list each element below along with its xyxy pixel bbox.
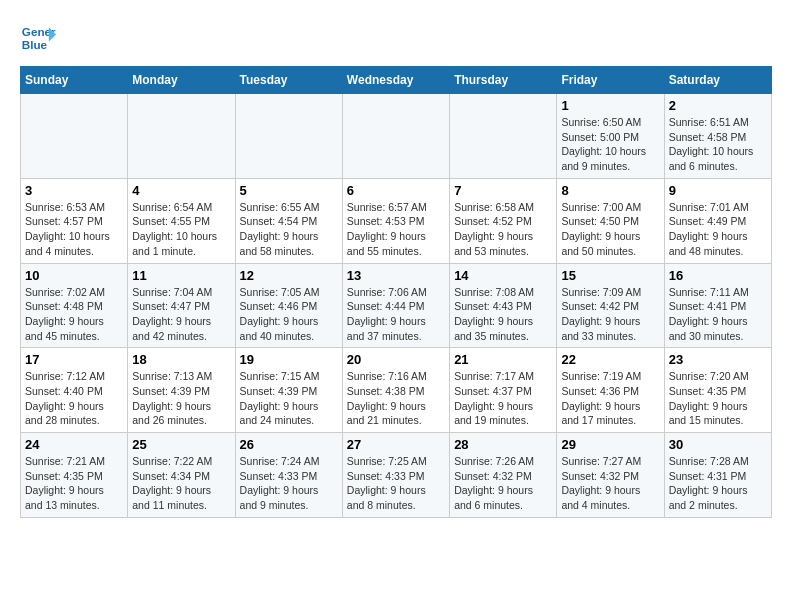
svg-text:Blue: Blue bbox=[22, 38, 48, 51]
day-info: Sunrise: 6:54 AM Sunset: 4:55 PM Dayligh… bbox=[132, 200, 230, 259]
day-number: 8 bbox=[561, 183, 659, 198]
calendar-cell: 12Sunrise: 7:05 AM Sunset: 4:46 PM Dayli… bbox=[235, 263, 342, 348]
day-info: Sunrise: 6:53 AM Sunset: 4:57 PM Dayligh… bbox=[25, 200, 123, 259]
weekday-header: Thursday bbox=[450, 67, 557, 94]
day-info: Sunrise: 7:04 AM Sunset: 4:47 PM Dayligh… bbox=[132, 285, 230, 344]
calendar-cell: 20Sunrise: 7:16 AM Sunset: 4:38 PM Dayli… bbox=[342, 348, 449, 433]
day-number: 1 bbox=[561, 98, 659, 113]
day-number: 24 bbox=[25, 437, 123, 452]
calendar-cell: 14Sunrise: 7:08 AM Sunset: 4:43 PM Dayli… bbox=[450, 263, 557, 348]
day-info: Sunrise: 7:16 AM Sunset: 4:38 PM Dayligh… bbox=[347, 369, 445, 428]
calendar-cell: 26Sunrise: 7:24 AM Sunset: 4:33 PM Dayli… bbox=[235, 433, 342, 518]
calendar-cell: 15Sunrise: 7:09 AM Sunset: 4:42 PM Dayli… bbox=[557, 263, 664, 348]
calendar-cell bbox=[128, 94, 235, 179]
day-number: 12 bbox=[240, 268, 338, 283]
calendar-cell: 27Sunrise: 7:25 AM Sunset: 4:33 PM Dayli… bbox=[342, 433, 449, 518]
day-number: 15 bbox=[561, 268, 659, 283]
day-info: Sunrise: 7:21 AM Sunset: 4:35 PM Dayligh… bbox=[25, 454, 123, 513]
day-number: 10 bbox=[25, 268, 123, 283]
day-info: Sunrise: 6:55 AM Sunset: 4:54 PM Dayligh… bbox=[240, 200, 338, 259]
calendar-cell: 30Sunrise: 7:28 AM Sunset: 4:31 PM Dayli… bbox=[664, 433, 771, 518]
day-info: Sunrise: 7:13 AM Sunset: 4:39 PM Dayligh… bbox=[132, 369, 230, 428]
calendar-cell: 29Sunrise: 7:27 AM Sunset: 4:32 PM Dayli… bbox=[557, 433, 664, 518]
calendar-cell: 19Sunrise: 7:15 AM Sunset: 4:39 PM Dayli… bbox=[235, 348, 342, 433]
calendar-cell: 1Sunrise: 6:50 AM Sunset: 5:00 PM Daylig… bbox=[557, 94, 664, 179]
calendar-cell: 23Sunrise: 7:20 AM Sunset: 4:35 PM Dayli… bbox=[664, 348, 771, 433]
day-number: 20 bbox=[347, 352, 445, 367]
calendar-cell bbox=[342, 94, 449, 179]
calendar-cell: 6Sunrise: 6:57 AM Sunset: 4:53 PM Daylig… bbox=[342, 178, 449, 263]
calendar-cell bbox=[235, 94, 342, 179]
calendar-cell: 9Sunrise: 7:01 AM Sunset: 4:49 PM Daylig… bbox=[664, 178, 771, 263]
day-info: Sunrise: 7:15 AM Sunset: 4:39 PM Dayligh… bbox=[240, 369, 338, 428]
day-info: Sunrise: 7:01 AM Sunset: 4:49 PM Dayligh… bbox=[669, 200, 767, 259]
day-number: 25 bbox=[132, 437, 230, 452]
calendar-cell: 28Sunrise: 7:26 AM Sunset: 4:32 PM Dayli… bbox=[450, 433, 557, 518]
calendar-cell: 13Sunrise: 7:06 AM Sunset: 4:44 PM Dayli… bbox=[342, 263, 449, 348]
day-number: 22 bbox=[561, 352, 659, 367]
calendar-cell: 4Sunrise: 6:54 AM Sunset: 4:55 PM Daylig… bbox=[128, 178, 235, 263]
calendar-cell: 18Sunrise: 7:13 AM Sunset: 4:39 PM Dayli… bbox=[128, 348, 235, 433]
day-number: 29 bbox=[561, 437, 659, 452]
day-number: 27 bbox=[347, 437, 445, 452]
day-number: 17 bbox=[25, 352, 123, 367]
logo-icon: General Blue bbox=[20, 20, 56, 56]
calendar-cell: 8Sunrise: 7:00 AM Sunset: 4:50 PM Daylig… bbox=[557, 178, 664, 263]
calendar-cell: 5Sunrise: 6:55 AM Sunset: 4:54 PM Daylig… bbox=[235, 178, 342, 263]
calendar-cell: 22Sunrise: 7:19 AM Sunset: 4:36 PM Dayli… bbox=[557, 348, 664, 433]
day-info: Sunrise: 7:28 AM Sunset: 4:31 PM Dayligh… bbox=[669, 454, 767, 513]
weekday-header: Friday bbox=[557, 67, 664, 94]
calendar-cell: 7Sunrise: 6:58 AM Sunset: 4:52 PM Daylig… bbox=[450, 178, 557, 263]
day-number: 2 bbox=[669, 98, 767, 113]
weekday-header: Sunday bbox=[21, 67, 128, 94]
day-number: 4 bbox=[132, 183, 230, 198]
day-info: Sunrise: 7:24 AM Sunset: 4:33 PM Dayligh… bbox=[240, 454, 338, 513]
day-number: 14 bbox=[454, 268, 552, 283]
day-info: Sunrise: 7:00 AM Sunset: 4:50 PM Dayligh… bbox=[561, 200, 659, 259]
calendar-cell: 25Sunrise: 7:22 AM Sunset: 4:34 PM Dayli… bbox=[128, 433, 235, 518]
calendar-cell: 10Sunrise: 7:02 AM Sunset: 4:48 PM Dayli… bbox=[21, 263, 128, 348]
day-info: Sunrise: 7:11 AM Sunset: 4:41 PM Dayligh… bbox=[669, 285, 767, 344]
day-info: Sunrise: 7:02 AM Sunset: 4:48 PM Dayligh… bbox=[25, 285, 123, 344]
calendar-cell bbox=[21, 94, 128, 179]
day-number: 28 bbox=[454, 437, 552, 452]
day-number: 5 bbox=[240, 183, 338, 198]
calendar-cell: 2Sunrise: 6:51 AM Sunset: 4:58 PM Daylig… bbox=[664, 94, 771, 179]
day-number: 11 bbox=[132, 268, 230, 283]
day-number: 30 bbox=[669, 437, 767, 452]
page-header: General Blue bbox=[20, 20, 772, 56]
calendar-cell: 11Sunrise: 7:04 AM Sunset: 4:47 PM Dayli… bbox=[128, 263, 235, 348]
calendar-cell: 17Sunrise: 7:12 AM Sunset: 4:40 PM Dayli… bbox=[21, 348, 128, 433]
day-info: Sunrise: 7:20 AM Sunset: 4:35 PM Dayligh… bbox=[669, 369, 767, 428]
day-info: Sunrise: 7:12 AM Sunset: 4:40 PM Dayligh… bbox=[25, 369, 123, 428]
day-info: Sunrise: 6:58 AM Sunset: 4:52 PM Dayligh… bbox=[454, 200, 552, 259]
weekday-header: Saturday bbox=[664, 67, 771, 94]
day-number: 9 bbox=[669, 183, 767, 198]
calendar-cell: 3Sunrise: 6:53 AM Sunset: 4:57 PM Daylig… bbox=[21, 178, 128, 263]
logo: General Blue bbox=[20, 20, 62, 56]
day-info: Sunrise: 7:17 AM Sunset: 4:37 PM Dayligh… bbox=[454, 369, 552, 428]
day-number: 16 bbox=[669, 268, 767, 283]
day-number: 13 bbox=[347, 268, 445, 283]
calendar-table: SundayMondayTuesdayWednesdayThursdayFrid… bbox=[20, 66, 772, 518]
day-info: Sunrise: 7:25 AM Sunset: 4:33 PM Dayligh… bbox=[347, 454, 445, 513]
day-number: 7 bbox=[454, 183, 552, 198]
weekday-header: Wednesday bbox=[342, 67, 449, 94]
day-info: Sunrise: 7:05 AM Sunset: 4:46 PM Dayligh… bbox=[240, 285, 338, 344]
day-number: 19 bbox=[240, 352, 338, 367]
day-number: 6 bbox=[347, 183, 445, 198]
weekday-header: Tuesday bbox=[235, 67, 342, 94]
day-number: 21 bbox=[454, 352, 552, 367]
day-info: Sunrise: 6:51 AM Sunset: 4:58 PM Dayligh… bbox=[669, 115, 767, 174]
day-info: Sunrise: 7:09 AM Sunset: 4:42 PM Dayligh… bbox=[561, 285, 659, 344]
calendar-cell bbox=[450, 94, 557, 179]
day-number: 26 bbox=[240, 437, 338, 452]
day-number: 23 bbox=[669, 352, 767, 367]
day-info: Sunrise: 7:26 AM Sunset: 4:32 PM Dayligh… bbox=[454, 454, 552, 513]
day-info: Sunrise: 7:19 AM Sunset: 4:36 PM Dayligh… bbox=[561, 369, 659, 428]
day-info: Sunrise: 7:27 AM Sunset: 4:32 PM Dayligh… bbox=[561, 454, 659, 513]
weekday-header: Monday bbox=[128, 67, 235, 94]
day-number: 18 bbox=[132, 352, 230, 367]
day-info: Sunrise: 7:08 AM Sunset: 4:43 PM Dayligh… bbox=[454, 285, 552, 344]
day-info: Sunrise: 7:06 AM Sunset: 4:44 PM Dayligh… bbox=[347, 285, 445, 344]
